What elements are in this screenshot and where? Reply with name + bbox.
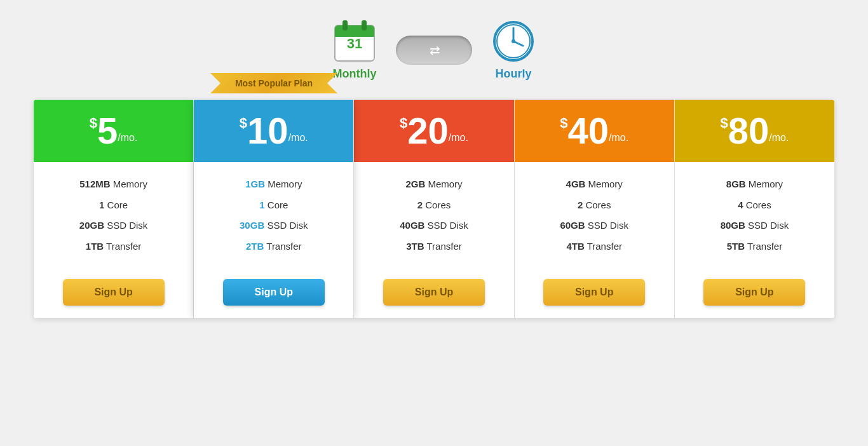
- plan-80-amount: 80: [728, 112, 770, 149]
- plan-80: $ 80 /mo. 8GB Memory 4 Cores 80GB SSD Di…: [675, 100, 834, 318]
- plan-20: $ 20 /mo. 2GB Memory 2 Cores 40GB SSD Di…: [354, 100, 514, 318]
- svg-point-10: [512, 39, 515, 43]
- plan-80-footer: Sign Up: [675, 269, 834, 318]
- plan-80-features: 8GB Memory 4 Cores 80GB SSD Disk 5TB Tra…: [675, 162, 834, 269]
- plan-5-price: $ 5 /mo.: [90, 112, 138, 149]
- plan-40-features: 4GB Memory 2 Cores 60GB SSD Disk 4TB Tra…: [515, 162, 674, 269]
- plan-80-memory: 8GB Memory: [681, 177, 828, 192]
- plan-80-price: $ 80 /mo.: [720, 112, 789, 149]
- plan-20-dollar: $: [400, 116, 407, 130]
- plan-80-transfer: 5TB Transfer: [681, 240, 828, 254]
- plan-40-period: /mo.: [609, 133, 628, 143]
- plan-20-memory: 2GB Memory: [360, 177, 507, 192]
- popular-banner: Most Popular Plan: [195, 73, 353, 93]
- plan-40-transfer: 4TB Transfer: [521, 240, 668, 254]
- plan-5-disk: 20GB SSD Disk: [40, 219, 187, 233]
- plan-10-header: $ 10 /mo.: [194, 100, 353, 162]
- svg-rect-3: [342, 20, 348, 30]
- plan-5-transfer: 1TB Transfer: [40, 240, 187, 254]
- svg-text:31: 31: [347, 36, 362, 51]
- plan-20-disk: 40GB SSD Disk: [360, 219, 507, 233]
- plan-10-features: 1GB Memory 1 Core 30GB SSD Disk 2TB Tran…: [194, 162, 353, 269]
- plan-10-transfer: 2TB Transfer: [200, 240, 347, 254]
- plan-5: $ 5 /mo. 512MB Memory 1 Core 20GB SSD Di…: [34, 100, 194, 318]
- hourly-option: Hourly: [491, 19, 536, 81]
- plan-40-memory: 4GB Memory: [521, 177, 668, 192]
- plan-10: $ 10 /mo. 1GB Memory 1 Core 30GB SSD Dis…: [194, 100, 354, 318]
- plan-5-memory: 512MB Memory: [40, 177, 187, 192]
- plan-5-dollar: $: [90, 116, 97, 130]
- toggle-arrows-icon: ⇄: [430, 43, 439, 58]
- plan-10-footer: Sign Up: [194, 269, 353, 318]
- plan-40-amount: 40: [568, 112, 609, 149]
- plan-80-header: $ 80 /mo.: [675, 100, 834, 162]
- popular-ribbon-text: Most Popular Plan: [210, 73, 337, 93]
- plan-80-dollar: $: [720, 116, 728, 130]
- plan-5-signup-button[interactable]: Sign Up: [63, 279, 165, 306]
- plan-20-features: 2GB Memory 2 Cores 40GB SSD Disk 3TB Tra…: [354, 162, 513, 269]
- plan-5-period: /mo.: [118, 133, 137, 143]
- plan-80-cores: 4 Cores: [681, 198, 828, 213]
- pricing-table: $ 5 /mo. 512MB Memory 1 Core 20GB SSD Di…: [34, 100, 834, 318]
- plan-20-transfer: 3TB Transfer: [360, 240, 507, 254]
- svg-rect-4: [362, 20, 367, 30]
- plan-80-signup-button[interactable]: Sign Up: [703, 279, 805, 306]
- plan-5-features: 512MB Memory 1 Core 20GB SSD Disk 1TB Tr…: [34, 162, 193, 269]
- plan-10-cores: 1 Core: [200, 198, 347, 213]
- hourly-label: Hourly: [495, 67, 531, 81]
- plan-40-dollar: $: [560, 116, 567, 130]
- plan-10-period: /mo.: [288, 133, 308, 143]
- plan-20-amount: 20: [407, 112, 449, 149]
- plan-10-amount: 10: [247, 112, 288, 149]
- plan-5-cores: 1 Core: [40, 198, 187, 213]
- plan-10-dollar: $: [240, 116, 247, 130]
- plan-80-disk: 80GB SSD Disk: [681, 219, 828, 233]
- monthly-option: 31 Monthly: [332, 19, 377, 81]
- plan-40-signup-button[interactable]: Sign Up: [543, 279, 645, 306]
- plan-10-memory: 1GB Memory: [200, 177, 347, 192]
- popular-ribbon-label: Most Popular Plan: [235, 78, 313, 88]
- plan-5-amount: 5: [97, 112, 118, 149]
- plan-10-disk: 30GB SSD Disk: [200, 219, 347, 233]
- plan-80-period: /mo.: [769, 133, 789, 143]
- plan-40-footer: Sign Up: [515, 269, 674, 318]
- plan-40-disk: 60GB SSD Disk: [521, 219, 668, 233]
- plan-10-price: $ 10 /mo.: [240, 112, 308, 149]
- plan-5-header: $ 5 /mo.: [34, 100, 193, 162]
- billing-toggle: 31 Monthly ⇄ Hourly: [332, 19, 536, 81]
- plan-20-cores: 2 Cores: [360, 198, 507, 213]
- plan-5-footer: Sign Up: [34, 269, 193, 318]
- plan-20-signup-button[interactable]: Sign Up: [383, 279, 485, 306]
- clock-icon: [491, 19, 536, 64]
- plan-20-period: /mo.: [449, 133, 468, 143]
- calendar-icon: 31: [332, 19, 377, 64]
- plan-40-price: $ 40 /mo.: [560, 112, 628, 149]
- plan-40-header: $ 40 /mo.: [515, 100, 674, 162]
- billing-period-toggle[interactable]: ⇄: [396, 36, 472, 65]
- plan-10-signup-button[interactable]: Sign Up: [223, 279, 325, 306]
- plan-40-cores: 2 Cores: [521, 198, 668, 213]
- plan-20-price: $ 20 /mo.: [400, 112, 468, 149]
- pricing-wrapper: Most Popular Plan $ 5 /mo. 512MB Memory …: [34, 100, 834, 318]
- plan-20-footer: Sign Up: [354, 269, 513, 318]
- plan-40: $ 40 /mo. 4GB Memory 2 Cores 60GB SSD Di…: [515, 100, 675, 318]
- plan-20-header: $ 20 /mo.: [354, 100, 513, 162]
